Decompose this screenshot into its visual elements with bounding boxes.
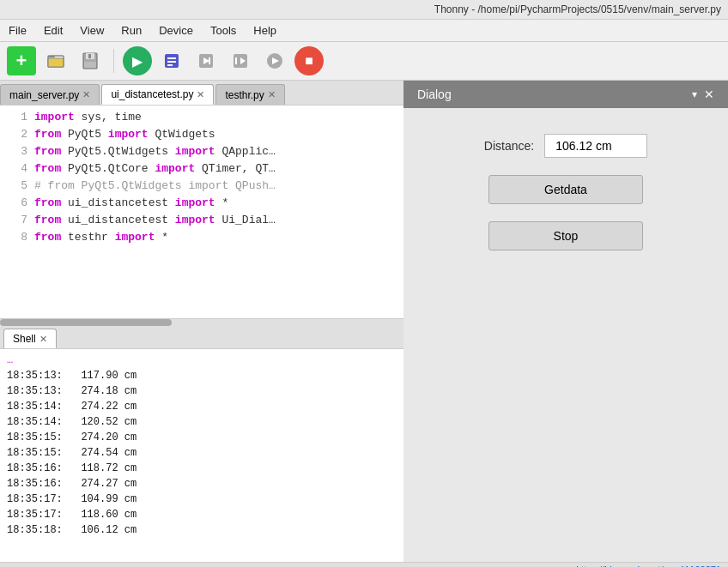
shell-tab-close[interactable]: ✕	[39, 334, 47, 345]
shell-output: … 18:35:13: 117.90 cm18:35:13: 274.18 cm…	[0, 349, 403, 562]
menu-item-help[interactable]: Help	[250, 22, 280, 39]
svg-rect-10	[167, 64, 173, 66]
dialog-titlebar-close[interactable]: ✕	[704, 87, 714, 101]
code-line-6: 6 from ui_distancetest import *	[0, 195, 403, 212]
editor-scrollbar[interactable]	[0, 318, 403, 325]
shell-line: 18:35:15: 274.54 cm	[7, 445, 397, 461]
code-editor[interactable]: 1 import sys, time 2 from PyQt5 import Q…	[0, 106, 403, 318]
tab-testhr[interactable]: testhr.py ✕	[215, 84, 284, 105]
shell-line: 18:35:16: 274.27 cm	[7, 476, 397, 492]
tab-ui-distancetest[interactable]: ui_distancetest.py ✕	[101, 84, 214, 105]
menu-item-run[interactable]: Run	[118, 22, 145, 39]
shell-line: 18:35:14: 120.52 cm	[7, 414, 397, 430]
shell-tab[interactable]: Shell ✕	[3, 329, 57, 348]
distance-row: Distance:	[484, 134, 647, 158]
tab-label-ui-distancetest: ui_distancetest.py	[111, 88, 193, 100]
code-line-1: 1 import sys, time	[0, 109, 403, 126]
distance-input[interactable]	[544, 134, 647, 158]
shell-line: 18:35:16: 118.72 cm	[7, 461, 397, 476]
title-text: Thonny - /home/pi/PycharmProjects/0515/v…	[434, 3, 721, 15]
dialog-titlebar: Dialog ▾ ✕	[403, 81, 728, 108]
new-file-button[interactable]: +	[7, 46, 36, 75]
dialog-panel: Dialog ▾ ✕ Distance: Getdata Stop	[403, 81, 728, 562]
code-line-2: 2 from PyQt5 import QtWidgets	[0, 126, 403, 143]
step-over-button[interactable]	[191, 46, 221, 75]
shell-line: 18:35:13: 117.90 cm	[7, 368, 397, 383]
shell-header: …	[7, 353, 397, 368]
shell-line: 18:35:15: 274.20 cm	[7, 430, 397, 445]
shell-line: 18:35:13: 274.18 cm	[7, 383, 397, 399]
shell-line: 18:35:18: 106.12 cm	[7, 522, 397, 538]
svg-rect-5	[84, 62, 96, 68]
svg-rect-16	[235, 57, 237, 64]
shell-tab-label: Shell	[13, 333, 36, 345]
tab-label-main-server: main_server.py	[9, 89, 79, 101]
svg-rect-8	[167, 57, 176, 59]
resume-button[interactable]	[260, 46, 289, 75]
menu-item-edit[interactable]: Edit	[40, 22, 66, 39]
step-into-button[interactable]	[226, 46, 255, 75]
main-content: main_server.py ✕ ui_distancetest.py ✕ te…	[0, 81, 728, 562]
debug-button[interactable]	[157, 46, 186, 75]
tab-main-server[interactable]: main_server.py ✕	[0, 84, 100, 105]
menu-item-device[interactable]: Device	[155, 22, 197, 39]
resume-icon	[265, 51, 284, 70]
code-line-3: 3 from PyQt5.QtWidgets import QApplic…	[0, 143, 403, 160]
code-line-4: 4 from PyQt5.QtCore import QTimer, QT…	[0, 160, 403, 178]
editor-tabs: main_server.py ✕ ui_distancetest.py ✕ te…	[0, 81, 403, 106]
menu-item-file[interactable]: File	[5, 22, 30, 39]
code-line-5: 5 # from PyQt5.QtWidgets import QPush…	[0, 178, 403, 195]
dialog-title: Dialog	[417, 87, 452, 101]
tab-close-ui-distancetest[interactable]: ✕	[197, 89, 204, 100]
svg-rect-6	[88, 54, 91, 58]
svg-rect-2	[48, 58, 64, 67]
open-icon	[46, 51, 65, 70]
editor-shell-pane: main_server.py ✕ ui_distancetest.py ✕ te…	[0, 81, 403, 562]
menu-item-tools[interactable]: Tools	[207, 22, 240, 39]
open-file-button[interactable]	[41, 46, 70, 75]
run-button[interactable]: ▶	[123, 46, 152, 75]
editor-scrollbar-thumb[interactable]	[0, 319, 172, 326]
tab-close-testhr[interactable]: ✕	[268, 89, 276, 100]
status-bar: https://blog.csdn.net/qq_41102371	[0, 562, 728, 567]
save-icon	[81, 51, 100, 70]
title-bar: Thonny - /home/pi/PycharmProjects/0515/v…	[0, 0, 728, 20]
svg-rect-13	[209, 57, 210, 64]
shell-line: 18:35:17: 104.99 cm	[7, 492, 397, 507]
dialog-body: Distance: Getdata Stop	[403, 108, 728, 562]
code-line-8: 8 from testhr import *	[0, 229, 403, 246]
shell-line: 18:35:14: 274.22 cm	[7, 399, 397, 414]
stop-button[interactable]: ■	[294, 46, 324, 75]
toolbar: + ▶	[0, 42, 728, 81]
menu-bar: FileEditViewRunDeviceToolsHelp	[0, 20, 728, 42]
getdata-button[interactable]: Getdata	[488, 175, 643, 204]
debug-icon	[162, 51, 181, 70]
tab-close-main-server[interactable]: ✕	[82, 89, 90, 100]
distance-label: Distance:	[484, 139, 534, 153]
shell-line: 18:35:17: 118.60 cm	[7, 507, 397, 522]
toolbar-separator	[113, 49, 114, 73]
shell-tab-bar: Shell ✕	[0, 325, 403, 349]
tab-label-testhr: testhr.py	[225, 89, 264, 101]
step-into-icon	[231, 51, 250, 70]
svg-rect-9	[167, 61, 176, 63]
code-line-7: 7 from ui_distancetest import Ui_Dial…	[0, 212, 403, 229]
step-over-icon	[197, 51, 215, 70]
save-file-button[interactable]	[76, 46, 105, 75]
stop-button-dialog[interactable]: Stop	[488, 221, 643, 250]
menu-item-view[interactable]: View	[76, 22, 107, 39]
dialog-titlebar-dropdown[interactable]: ▾	[692, 88, 697, 100]
